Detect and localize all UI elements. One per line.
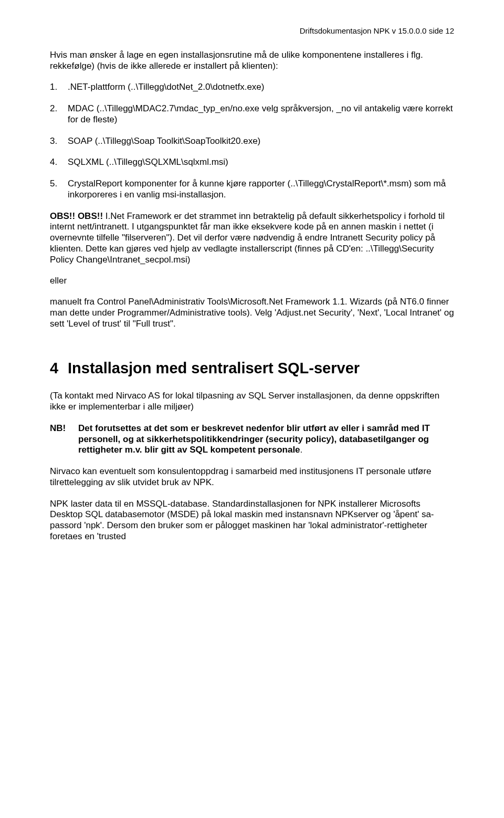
nb-body: Det forutsettes at det som er beskrevet … <box>78 423 454 456</box>
list-item: 1. .NET-plattform (..\Tillegg\dotNet_2.0… <box>50 82 454 93</box>
list-text: SQLXML (..\Tillegg\SQLXML\sqlxml.msi) <box>68 157 454 168</box>
nb-label: NB! <box>50 423 78 456</box>
section-paragraph-2: Nirvaco kan eventuelt som konsulentoppdr… <box>50 466 454 488</box>
list-number: 2. <box>50 103 68 125</box>
list-number: 1. <box>50 82 68 93</box>
document-page: Driftsdokumentasjon NPK v 15.0.0.0 side … <box>0 0 504 818</box>
section-title: Installasjon med sentralisert SQL-server <box>68 360 454 377</box>
list-number: 5. <box>50 179 68 200</box>
intro-paragraph: Hvis man ønsker å lage en egen installas… <box>50 50 454 71</box>
obs-rest: I.Net Framework er det strammet inn betr… <box>50 211 445 265</box>
list-text: MDAC (..\Tillegg\MDAC2.7\mdac_typ_en/no.… <box>68 103 454 125</box>
nb-dot: . <box>300 445 303 455</box>
list-item: 5. CrystalReport komponenter for å kunne… <box>50 179 454 200</box>
eller-text: eller <box>50 276 454 286</box>
section-number: 4 <box>50 360 68 377</box>
obs-paragraph: OBS!! OBS!! I.Net Framework er det stram… <box>50 211 454 266</box>
list-item: 3. SOAP (..\Tillegg\Soap Toolkit\SoapToo… <box>50 136 454 147</box>
section-paragraph-3: NPK laster data til en MSSQL-database. S… <box>50 499 454 542</box>
section-heading: 4 Installasjon med sentralisert SQL-serv… <box>50 360 454 377</box>
list-text: SOAP (..\Tillegg\Soap Toolkit\SoapToolki… <box>68 136 454 147</box>
list-number: 4. <box>50 157 68 168</box>
list-text: .NET-plattform (..\Tillegg\dotNet_2.0\do… <box>68 82 454 93</box>
manuelt-paragraph: manuelt fra Control Panel\Administrativ … <box>50 297 454 329</box>
section-paragraph-1: (Ta kontakt med Nirvaco AS for lokal til… <box>50 391 454 412</box>
list-number: 3. <box>50 136 68 147</box>
obs-bold: OBS!! OBS!! <box>50 211 103 221</box>
nb-bold-text: Det forutsettes at det som er beskrevet … <box>78 423 430 455</box>
list-text: CrystalReport komponenter for å kunne kj… <box>68 179 454 200</box>
page-header: Driftsdokumentasjon NPK v 15.0.0.0 side … <box>50 26 454 35</box>
nb-row: NB! Det forutsettes at det som er beskre… <box>50 423 454 456</box>
list-item: 2. MDAC (..\Tillegg\MDAC2.7\mdac_typ_en/… <box>50 103 454 125</box>
list-item: 4. SQLXML (..\Tillegg\SQLXML\sqlxml.msi) <box>50 157 454 168</box>
